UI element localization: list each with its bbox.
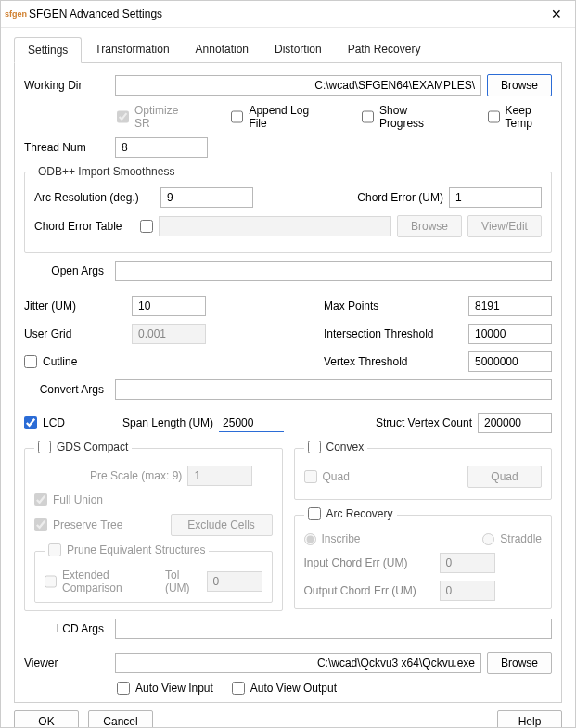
auto-view-input-checkbox[interactable]: Auto View Input bbox=[117, 682, 213, 695]
max-points-label: Max Points bbox=[324, 300, 463, 313]
tab-distortion[interactable]: Distortion bbox=[262, 37, 335, 62]
arc-res-input[interactable] bbox=[160, 187, 253, 208]
preserve-tree-checkbox: Preserve Tree bbox=[34, 518, 122, 531]
chord-table-browse-button: Browse bbox=[397, 215, 462, 237]
arc-recovery-checkbox[interactable]: Arc Recovery bbox=[308, 507, 393, 520]
append-log-checkbox[interactable]: Append Log File bbox=[231, 104, 317, 130]
pre-scale-input bbox=[187, 466, 252, 486]
max-points-input[interactable] bbox=[468, 296, 552, 316]
inter-thresh-input[interactable] bbox=[468, 324, 552, 344]
tab-transformation[interactable]: Transformation bbox=[82, 37, 182, 62]
pre-scale-label: Pre Scale (max: 9) bbox=[90, 469, 182, 482]
vertex-thresh-label: Vertex Threshold bbox=[324, 355, 463, 368]
chord-table-checkbox[interactable] bbox=[140, 220, 153, 233]
working-dir-label: Working Dir bbox=[24, 79, 109, 92]
odb-legend: ODB++ Import Smoothness bbox=[34, 165, 178, 178]
help-button[interactable]: Help bbox=[497, 710, 562, 728]
user-grid-label: User Grid bbox=[24, 327, 126, 340]
chord-err-label: Chord Error (UM) bbox=[357, 191, 443, 204]
chord-table-viewedit-button: View/Edit bbox=[467, 215, 542, 237]
svc-input[interactable] bbox=[478, 413, 552, 433]
dialog-footer: OK Cancel Help bbox=[1, 703, 575, 728]
in-chord-input bbox=[440, 553, 495, 573]
prune-group: Prune Equivalent Structures Extended Com… bbox=[34, 543, 273, 603]
tab-settings[interactable]: Settings bbox=[14, 37, 82, 63]
arc-res-label: Arc Resolution (deg.) bbox=[34, 191, 155, 204]
cutline-checkbox[interactable]: Cutline bbox=[24, 355, 77, 368]
gds-compact-group: GDS Compact Pre Scale (max: 9) Full Unio… bbox=[24, 441, 283, 611]
cancel-button[interactable]: Cancel bbox=[88, 710, 153, 728]
chord-table-label: Chord Error Table bbox=[34, 220, 134, 233]
ext-comparison-checkbox: Extended Comparison bbox=[45, 568, 154, 594]
in-chord-label: Input Chord Err (UM) bbox=[304, 556, 434, 569]
thread-num-label: Thread Num bbox=[24, 141, 109, 154]
titlebar: sfgen SFGEN Advanced Settings ✕ bbox=[1, 1, 575, 28]
prune-checkbox: Prune Equivalent Structures bbox=[48, 543, 205, 556]
tab-path-recovery[interactable]: Path Recovery bbox=[335, 37, 434, 62]
keep-temp-checkbox[interactable]: Keep Temp bbox=[488, 104, 552, 130]
svc-label: Struct Vertex Count bbox=[376, 416, 472, 429]
out-chord-input bbox=[440, 581, 495, 601]
thread-num-input[interactable] bbox=[115, 137, 208, 158]
show-progress-checkbox[interactable]: Show Progress bbox=[362, 104, 442, 130]
window-title: SFGEN Advanced Settings bbox=[29, 7, 162, 20]
convert-args-input[interactable] bbox=[115, 379, 552, 400]
gds-compact-checkbox[interactable]: GDS Compact bbox=[38, 441, 128, 453]
close-icon[interactable]: ✕ bbox=[547, 6, 566, 21]
convex-group: Convex Quad Quad bbox=[294, 441, 553, 500]
tab-strip: Settings Transformation Annotation Disto… bbox=[14, 37, 562, 63]
auto-view-output-checkbox[interactable]: Auto View Output bbox=[232, 682, 337, 695]
odb-group: ODB++ Import Smoothness Arc Resolution (… bbox=[24, 165, 552, 253]
working-dir-browse-button[interactable]: Browse bbox=[487, 74, 552, 96]
convex-checkbox[interactable]: Convex bbox=[308, 441, 365, 453]
viewer-input[interactable] bbox=[115, 653, 481, 673]
tol-label: Tol (UM) bbox=[165, 568, 201, 594]
jitter-label: Jitter (UM) bbox=[24, 300, 126, 313]
arc-recovery-group: Arc Recovery Inscribe Straddle Input Cho… bbox=[294, 507, 553, 609]
ok-button[interactable]: OK bbox=[14, 710, 79, 728]
app-icon: sfgen bbox=[8, 6, 23, 21]
exclude-cells-button: Exclude Cells bbox=[171, 514, 273, 536]
out-chord-label: Output Chord Err (UM) bbox=[304, 584, 434, 597]
user-grid-input bbox=[132, 324, 206, 344]
full-union-checkbox: Full Union bbox=[34, 493, 103, 506]
lcd-args-input[interactable] bbox=[115, 619, 552, 639]
viewer-browse-button[interactable]: Browse bbox=[487, 652, 552, 674]
inscribe-radio: Inscribe bbox=[304, 532, 361, 545]
lcd-args-label: LCD Args bbox=[24, 622, 109, 635]
settings-panel: Working Dir Browse Optimize SR Append Lo… bbox=[14, 63, 562, 703]
quad-checkbox: Quad bbox=[304, 470, 350, 483]
tol-input bbox=[207, 571, 262, 592]
convert-args-label: Convert Args bbox=[24, 383, 109, 396]
vertex-thresh-input[interactable] bbox=[468, 351, 552, 372]
span-length-label: Span Length (UM) bbox=[122, 416, 213, 429]
open-args-label: Open Args bbox=[24, 264, 109, 277]
jitter-input[interactable] bbox=[132, 296, 206, 316]
working-dir-input[interactable] bbox=[115, 75, 481, 96]
viewer-label: Viewer bbox=[24, 657, 109, 670]
lcd-checkbox[interactable]: LCD bbox=[24, 416, 117, 429]
tab-annotation[interactable]: Annotation bbox=[183, 37, 262, 62]
span-length-input[interactable] bbox=[219, 414, 284, 432]
straddle-radio: Straddle bbox=[482, 532, 542, 545]
chord-err-input[interactable] bbox=[449, 187, 542, 208]
optimize-sr-checkbox: Optimize SR bbox=[117, 104, 186, 130]
open-args-input[interactable] bbox=[115, 261, 552, 281]
quad-button: Quad bbox=[467, 466, 542, 488]
chord-table-path-input bbox=[159, 216, 391, 236]
inter-thresh-label: Intersection Threshold bbox=[324, 327, 463, 340]
